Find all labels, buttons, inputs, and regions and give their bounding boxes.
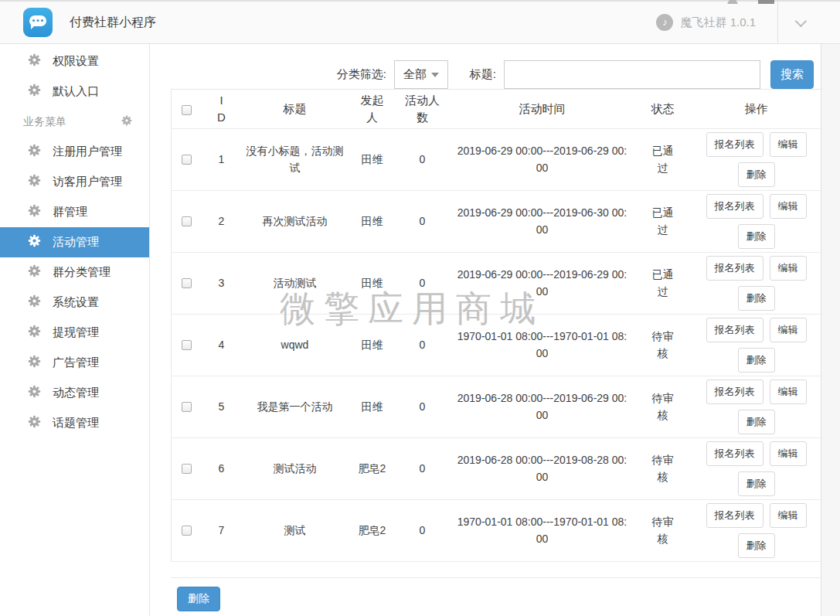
- gear-icon-slot: [28, 355, 41, 371]
- signup-list-button[interactable]: 报名列表: [706, 256, 763, 281]
- delete-button[interactable]: 删除: [738, 162, 775, 187]
- gear-icon: [28, 415, 41, 428]
- delete-button[interactable]: 删除: [738, 410, 775, 434]
- cell-id: 3: [202, 253, 241, 315]
- header-status: 状态: [635, 90, 691, 129]
- sidebar-item-label: 群管理: [53, 205, 87, 220]
- gear-icon: [28, 325, 41, 338]
- signup-list-button[interactable]: 报名列表: [706, 503, 763, 528]
- sidebar-item-默认入口[interactable]: 默认入口: [0, 77, 149, 107]
- sidebar-section-business-menu: 业务菜单: [0, 107, 149, 137]
- cell-id: 7: [202, 500, 241, 562]
- row-checkbox[interactable]: [182, 155, 192, 165]
- gear-icon-slot: [28, 264, 41, 281]
- signup-list-button[interactable]: 报名列表: [706, 318, 763, 342]
- sidebar-item-动态管理[interactable]: 动态管理: [0, 378, 149, 408]
- sidebar-item-label: 注册用户管理: [53, 145, 122, 159]
- sidebar-item-label: 系统设置: [53, 295, 99, 310]
- app-title: 付费社群小程序: [70, 15, 156, 31]
- sidebar-item-访客用户管理[interactable]: 访客用户管理: [0, 167, 149, 197]
- delete-button[interactable]: 删除: [738, 533, 775, 558]
- row-checkbox[interactable]: [182, 216, 192, 226]
- gear-icon-slot: [28, 53, 41, 70]
- sidebar: 权限设置 默认入口 业务菜单 注册用户: [0, 44, 150, 616]
- sidebar-item-系统设置[interactable]: 系统设置: [0, 288, 149, 318]
- gear-icon-slot: [28, 204, 41, 220]
- delete-button[interactable]: 删除: [738, 471, 775, 496]
- sidebar-item-注册用户管理[interactable]: 注册用户管理: [0, 137, 149, 167]
- cell-actions: 报名列表 编辑 删除: [691, 253, 822, 315]
- delete-button[interactable]: 删除: [738, 348, 775, 373]
- account-dropdown[interactable]: [778, 2, 840, 43]
- edit-button[interactable]: 编辑: [770, 441, 807, 466]
- cell-actions: 报名列表 编辑 删除: [691, 129, 822, 191]
- cell-activity-time: 2019-06-29 00:00---2019-06-30 00:00: [450, 191, 635, 253]
- cell-activity-time: 2019-06-29 00:00---2019-06-29 00:00: [450, 129, 635, 191]
- cell-id: 6: [202, 438, 241, 500]
- row-checkbox[interactable]: [182, 526, 192, 536]
- cell-status: 待审核: [635, 500, 691, 562]
- sidebar-item-活动管理[interactable]: 活动管理: [0, 227, 149, 257]
- sidebar-item-群管理[interactable]: 群管理: [0, 197, 149, 227]
- gear-icon: [28, 294, 41, 308]
- signup-list-button[interactable]: 报名列表: [706, 379, 763, 404]
- cell-id: 2: [202, 191, 241, 253]
- gear-icon-slot: [28, 415, 41, 431]
- category-filter-label: 分类筛选:: [337, 67, 386, 82]
- sidebar-item-权限设置[interactable]: 权限设置: [0, 46, 149, 77]
- cell-activity-time: 2019-06-28 00:00---2019-08-28 00:00: [450, 438, 635, 500]
- sidebar-item-广告管理[interactable]: 广告管理: [0, 348, 149, 378]
- signup-list-button[interactable]: 报名列表: [706, 132, 763, 157]
- gear-icon: [28, 83, 41, 97]
- gear-icon-slot: [28, 174, 41, 190]
- delete-button[interactable]: 删除: [738, 286, 775, 311]
- cell-activity-time: 1970-01-01 08:00---1970-01-01 08:00: [450, 315, 635, 376]
- gear-icon: [121, 115, 132, 126]
- module-version-label: 魔飞社群 1.0.1: [680, 15, 756, 30]
- cell-activity-time: 2019-06-29 00:00---2019-06-29 00:00: [450, 253, 635, 315]
- edit-button[interactable]: 编辑: [770, 256, 807, 281]
- sidebar-item-群分类管理[interactable]: 群分类管理: [0, 257, 149, 288]
- edit-button[interactable]: 编辑: [770, 503, 807, 528]
- table-row: 1 没有小标题，活动测试 田维 0 2019-06-29 00:00---201…: [172, 129, 822, 191]
- footer-divider: [171, 577, 821, 578]
- signup-list-button[interactable]: 报名列表: [706, 441, 763, 466]
- search-button[interactable]: 搜索: [770, 60, 814, 89]
- select-all-checkbox[interactable]: [182, 105, 192, 115]
- page-background-strip: [821, 44, 840, 616]
- cell-actions: 报名列表 编辑 删除: [691, 315, 822, 376]
- cell-id: 5: [202, 376, 241, 438]
- table-row: 4 wqwd 田维 0 1970-01-01 08:00---1970-01-0…: [172, 315, 822, 376]
- table-row: 7 测试 肥皂2 0 1970-01-01 08:00---1970-01-01…: [172, 500, 822, 562]
- cell-status: 已通过: [635, 253, 691, 315]
- row-checkbox[interactable]: [182, 464, 192, 474]
- section-gear-icon-slot[interactable]: [121, 115, 132, 129]
- delete-button[interactable]: 删除: [738, 224, 775, 249]
- main-content: 分类筛选: 全部 标题: 搜索 ID 标题 发起人: [150, 44, 821, 616]
- sidebar-item-话题管理[interactable]: 话题管理: [0, 408, 149, 438]
- cell-status: 已通过: [635, 129, 691, 191]
- sidebar-item-label: 访客用户管理: [53, 175, 122, 189]
- title-search-input[interactable]: [504, 60, 760, 89]
- edit-button[interactable]: 编辑: [770, 318, 807, 342]
- activity-table: ID 标题 发起人 活动人数 活动时间 状态 操作 1 没有小标题，活动测试 田…: [171, 89, 821, 562]
- edit-button[interactable]: 编辑: [770, 379, 807, 404]
- bulk-delete-button[interactable]: 删除: [177, 587, 220, 611]
- cell-title: 再次测试活动: [241, 191, 349, 253]
- gear-icon: [28, 53, 41, 66]
- category-select[interactable]: 全部: [394, 60, 448, 89]
- table-row: 2 再次测试活动 田维 0 2019-06-29 00:00---2019-06…: [172, 191, 822, 253]
- row-checkbox[interactable]: [182, 340, 192, 350]
- row-checkbox[interactable]: [182, 402, 192, 412]
- table-row: 5 我是第一个活动 田维 0 2019-06-28 00:00---2019-0…: [172, 376, 822, 438]
- edit-button[interactable]: 编辑: [770, 194, 807, 219]
- signup-list-button[interactable]: 报名列表: [706, 194, 763, 219]
- header-initiator: 发起人: [349, 90, 396, 129]
- cell-title: 活动测试: [241, 253, 349, 315]
- edit-button[interactable]: 编辑: [770, 132, 807, 157]
- sidebar-item-提现管理[interactable]: 提现管理: [0, 318, 149, 348]
- sidebar-item-label: 活动管理: [53, 235, 99, 250]
- section-label: 业务菜单: [23, 115, 66, 129]
- row-checkbox[interactable]: [182, 278, 192, 288]
- admin-page: 付费社群小程序 ♪ 魔飞社群 1.0.1 权限设置 默: [0, 0, 840, 616]
